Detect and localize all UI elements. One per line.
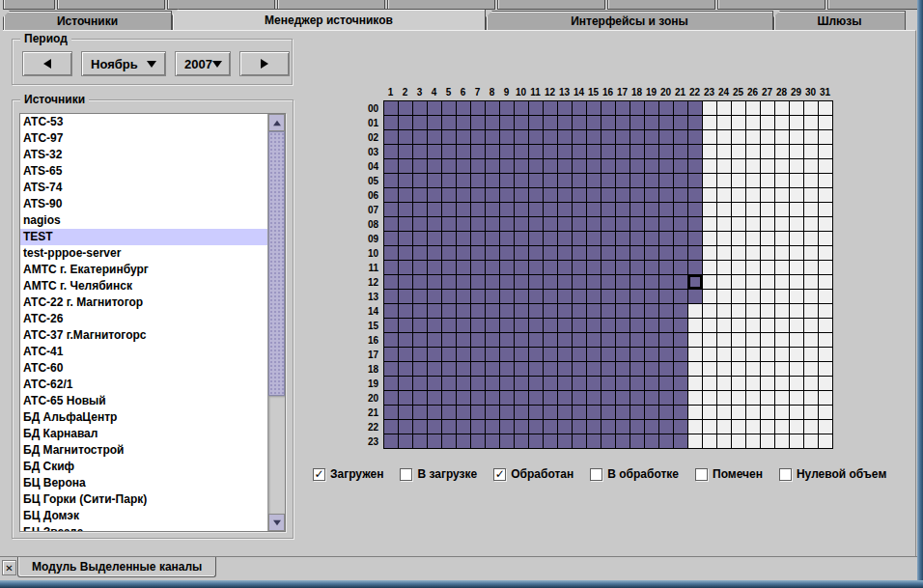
calendar-cell[interactable]	[761, 348, 774, 361]
calendar-cell[interactable]	[703, 319, 716, 332]
calendar-cell[interactable]	[384, 362, 398, 376]
calendar-cell[interactable]	[601, 174, 615, 187]
calendar-cell[interactable]	[717, 232, 731, 245]
calendar-cell[interactable]	[428, 319, 441, 332]
calendar-cell[interactable]	[703, 246, 716, 260]
calendar-cell[interactable]	[688, 188, 702, 202]
calendar-cell[interactable]	[471, 362, 485, 376]
calendar-cell[interactable]	[630, 203, 644, 216]
calendar-cell[interactable]	[761, 304, 774, 318]
calendar-cell[interactable]	[457, 391, 470, 405]
calendar-cell[interactable]	[471, 145, 485, 158]
calendar-cell[interactable]	[790, 362, 803, 376]
calendar-cell[interactable]	[544, 101, 557, 115]
calendar-cell[interactable]	[515, 188, 528, 202]
calendar-cell[interactable]	[659, 362, 673, 376]
calendar-cell[interactable]	[529, 174, 543, 187]
calendar-cell[interactable]	[558, 304, 572, 318]
calendar-cell[interactable]	[659, 406, 673, 419]
calendar-cell[interactable]	[587, 203, 601, 216]
calendar-cell[interactable]	[413, 232, 427, 245]
calendar-cell[interactable]	[544, 434, 557, 448]
calendar-cell[interactable]	[428, 290, 441, 303]
calendar-cell[interactable]	[486, 391, 499, 405]
calendar-cell[interactable]	[674, 290, 687, 303]
calendar-cell[interactable]	[674, 159, 687, 173]
calendar-cell[interactable]	[732, 290, 745, 303]
calendar-cell[interactable]	[442, 232, 456, 245]
calendar-cell[interactable]	[587, 116, 601, 129]
calendar-cell[interactable]	[529, 203, 543, 216]
calendar-cell[interactable]	[775, 174, 789, 187]
calendar-cell[interactable]	[804, 275, 818, 289]
calendar-cell[interactable]	[703, 159, 716, 173]
list-item[interactable]: АТС-53	[20, 114, 267, 130]
calendar-cell[interactable]	[732, 232, 745, 245]
calendar-cell[interactable]	[732, 391, 745, 405]
calendar-cell[interactable]	[544, 203, 557, 216]
calendar-cell[interactable]	[471, 217, 485, 231]
calendar-cell[interactable]	[587, 377, 601, 390]
calendar-cell[interactable]	[413, 362, 427, 376]
calendar-cell[interactable]	[384, 217, 398, 231]
calendar-cell[interactable]	[471, 174, 485, 187]
calendar-cell[interactable]	[601, 377, 615, 390]
calendar-cell[interactable]	[659, 377, 673, 390]
list-item[interactable]: test-pppoe-server	[20, 245, 267, 262]
calendar-cell[interactable]	[819, 290, 832, 303]
calendar-cell[interactable]	[442, 217, 456, 231]
calendar-cell[interactable]	[732, 217, 745, 231]
calendar-cell[interactable]	[775, 348, 789, 361]
calendar-cell[interactable]	[746, 116, 760, 129]
list-item[interactable]: БД АльфаЦентр	[20, 409, 267, 426]
calendar-cell[interactable]	[384, 391, 398, 405]
calendar-cell[interactable]	[761, 319, 774, 332]
list-item[interactable]: АТС-26	[20, 311, 267, 327]
calendar-cell[interactable]	[500, 362, 514, 376]
calendar-cell[interactable]	[732, 348, 745, 361]
calendar-cell[interactable]	[601, 203, 615, 216]
calendar-cell[interactable]	[413, 174, 427, 187]
calendar-cell[interactable]	[471, 290, 485, 303]
calendar-cell[interactable]	[775, 261, 789, 274]
calendar-cell[interactable]	[819, 174, 832, 187]
calendar-cell[interactable]	[471, 406, 485, 419]
calendar-cell[interactable]	[746, 275, 760, 289]
calendar-cell[interactable]	[500, 116, 514, 129]
calendar-cell[interactable]	[746, 203, 760, 216]
calendar-cell[interactable]	[413, 391, 427, 405]
calendar-cell[interactable]	[688, 261, 702, 274]
calendar-cell[interactable]	[515, 203, 528, 216]
calendar-cell[interactable]	[688, 391, 702, 405]
calendar-cell[interactable]	[659, 348, 673, 361]
tab-sources[interactable]: Источники	[3, 11, 172, 30]
calendar-cell[interactable]	[659, 203, 673, 216]
calendar-cell[interactable]	[442, 434, 456, 448]
calendar-cell[interactable]	[428, 377, 441, 390]
calendar-cell[interactable]	[515, 261, 528, 274]
calendar-cell[interactable]	[790, 174, 803, 187]
calendar-cell[interactable]	[703, 304, 716, 318]
calendar-cell[interactable]	[732, 246, 745, 260]
calendar-cell[interactable]	[457, 434, 470, 448]
calendar-cell[interactable]	[645, 101, 658, 115]
calendar-cell[interactable]	[674, 333, 687, 347]
calendar-cell[interactable]	[428, 434, 441, 448]
calendar-cell[interactable]	[804, 420, 818, 434]
calendar-cell[interactable]	[775, 406, 789, 419]
calendar-cell[interactable]	[384, 333, 398, 347]
calendar-cell[interactable]	[616, 290, 629, 303]
calendar-cell[interactable]	[819, 348, 832, 361]
calendar-cell[interactable]	[732, 362, 745, 376]
calendar-cell[interactable]	[703, 434, 716, 448]
calendar-cell[interactable]	[645, 420, 658, 434]
calendar-cell[interactable]	[804, 101, 818, 115]
calendar-cell[interactable]	[746, 188, 760, 202]
calendar-cell[interactable]	[486, 159, 499, 173]
calendar-cell[interactable]	[573, 362, 586, 376]
calendar-cell[interactable]	[428, 362, 441, 376]
calendar-cell[interactable]	[471, 333, 485, 347]
calendar-cell[interactable]	[457, 217, 470, 231]
calendar-cell[interactable]	[790, 217, 803, 231]
calendar-cell[interactable]	[674, 348, 687, 361]
